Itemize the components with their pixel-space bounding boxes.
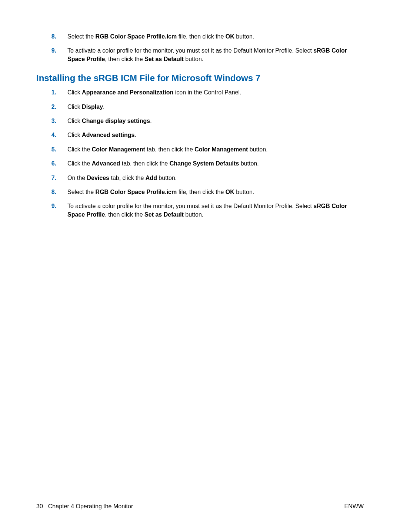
step-text: Click Change display settings. xyxy=(67,117,364,125)
step-text: Click Advanced settings. xyxy=(67,131,364,139)
list-item: 9.To activate a color profile for the mo… xyxy=(36,202,364,219)
list-item: 2.Click Display. xyxy=(36,103,364,111)
step-text: Select the RGB Color Space Profile.icm f… xyxy=(67,188,364,196)
footer-right: ENWW xyxy=(344,503,364,510)
step-number: 9. xyxy=(36,202,67,210)
step-number: 9. xyxy=(36,47,67,55)
step-number: 1. xyxy=(36,88,67,97)
chapter-label: Chapter 4 Operating the Monitor xyxy=(48,503,133,510)
step-text: Click the Advanced tab, then click the C… xyxy=(67,160,364,168)
step-text: Click Appearance and Personalization ico… xyxy=(67,88,364,97)
list-item: 9.To activate a color profile for the mo… xyxy=(36,47,364,63)
step-number: 7. xyxy=(36,174,67,182)
page-footer: 30 Chapter 4 Operating the Monitor ENWW xyxy=(36,503,364,510)
list-item: 7.On the Devices tab, click the Add butt… xyxy=(36,174,364,182)
step-number: 4. xyxy=(36,131,67,139)
step-number: 5. xyxy=(36,145,67,154)
step-number: 3. xyxy=(36,117,67,125)
step-text: Select the RGB Color Space Profile.icm f… xyxy=(67,33,364,41)
step-number: 2. xyxy=(36,103,67,111)
win7-step-list: 1.Click Appearance and Personalization i… xyxy=(36,88,364,219)
continued-step-list: 8.Select the RGB Color Space Profile.icm… xyxy=(36,33,364,63)
step-number: 8. xyxy=(36,33,67,41)
section-heading-win7: Installing the sRGB ICM File for Microso… xyxy=(36,73,364,83)
list-item: 3.Click Change display settings. xyxy=(36,117,364,125)
step-number: 8. xyxy=(36,188,67,196)
step-text: Click Display. xyxy=(67,103,364,111)
list-item: 8.Select the RGB Color Space Profile.icm… xyxy=(36,188,364,196)
step-text: On the Devices tab, click the Add button… xyxy=(67,174,364,182)
step-text: To activate a color profile for the moni… xyxy=(67,202,364,219)
list-item: 1.Click Appearance and Personalization i… xyxy=(36,88,364,97)
list-item: 8.Select the RGB Color Space Profile.icm… xyxy=(36,33,364,41)
list-item: 6.Click the Advanced tab, then click the… xyxy=(36,160,364,168)
document-page: 8.Select the RGB Color Space Profile.icm… xyxy=(0,0,400,532)
list-item: 4.Click Advanced settings. xyxy=(36,131,364,139)
step-text: To activate a color profile for the moni… xyxy=(67,47,364,63)
page-body: 8.Select the RGB Color Space Profile.icm… xyxy=(36,33,364,219)
step-number: 6. xyxy=(36,160,67,168)
page-number: 30 xyxy=(36,503,43,510)
list-item: 5.Click the Color Management tab, then c… xyxy=(36,145,364,154)
step-text: Click the Color Management tab, then cli… xyxy=(67,145,364,154)
footer-left: 30 Chapter 4 Operating the Monitor xyxy=(36,503,133,510)
